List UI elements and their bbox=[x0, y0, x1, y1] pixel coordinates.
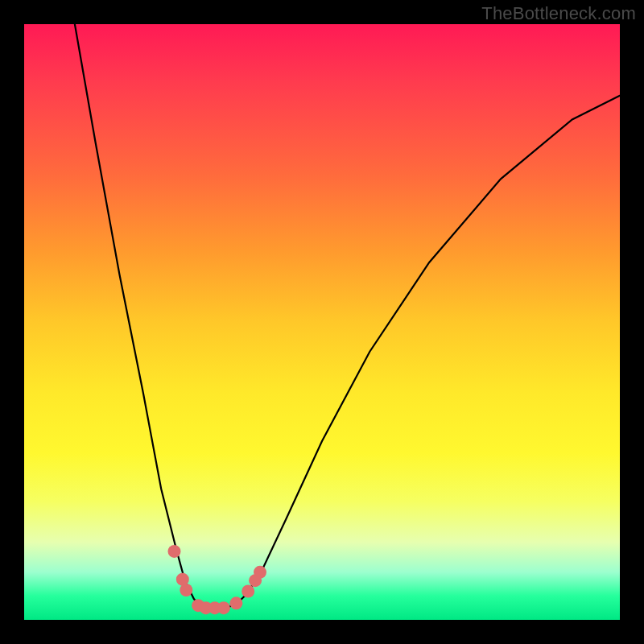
chart-frame: TheBottleneck.com bbox=[0, 0, 644, 644]
chart-svg bbox=[24, 24, 620, 620]
chart-plot-area bbox=[24, 24, 620, 620]
data-marker bbox=[168, 545, 181, 558]
data-marker bbox=[180, 584, 192, 597]
watermark-text: TheBottleneck.com bbox=[481, 3, 636, 24]
data-marker bbox=[254, 566, 266, 579]
marker-group bbox=[168, 545, 267, 614]
data-marker bbox=[229, 597, 242, 609]
bottleneck-curve-path bbox=[75, 24, 620, 608]
data-marker bbox=[217, 601, 230, 614]
data-marker bbox=[242, 585, 254, 598]
